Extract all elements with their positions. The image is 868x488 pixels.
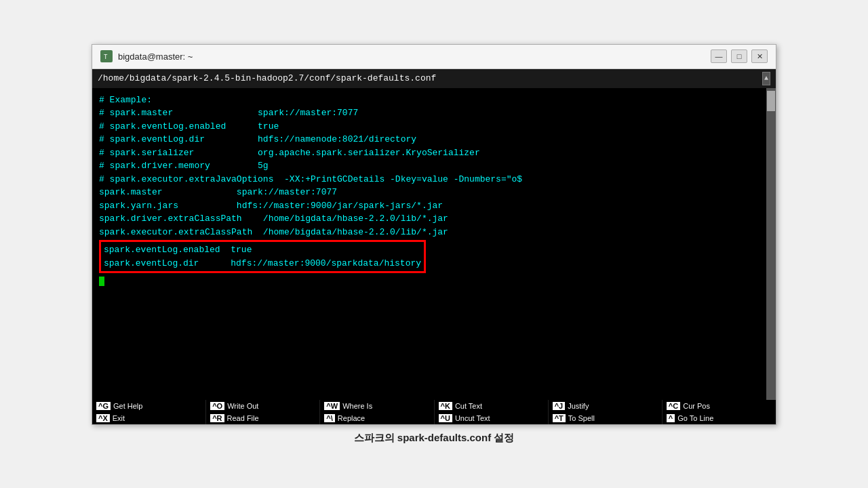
nano-label-justify: Justify [568, 402, 589, 410]
line-driver-classpath: spark.driver.extraClassPath /home/bigdat… [99, 212, 769, 226]
cursor-line [99, 274, 769, 288]
line-yarn-jars: spark.yarn.jars hdfs://master:9000/jar/s… [99, 199, 769, 213]
nano-go-to-line[interactable]: ^ Go To Line [663, 412, 776, 424]
nano-key-g: ^G [96, 402, 111, 410]
caption: 스파크의 spark-defaults.conf 설정 [354, 432, 515, 445]
nano-key-t: ^T [553, 414, 566, 422]
nano-label-where-is: Where Is [342, 402, 372, 410]
nano-key-k: ^K [439, 402, 452, 410]
line-eventlog-enabled: spark.eventLog.enabled true [104, 243, 421, 257]
nano-key-backslash: ^\ [324, 414, 334, 422]
nano-key-o: ^O [210, 402, 224, 410]
nano-key-c: ^C [667, 402, 680, 410]
terminal-container: # Example: # spark.master spark://master… [92, 88, 776, 424]
nano-label-get-help: Get Help [113, 402, 142, 410]
window-controls: — □ ✕ [711, 49, 768, 63]
nano-cur-pos[interactable]: ^C Cur Pos [663, 400, 776, 412]
nano-bar: ^G Get Help ^O Write Out ^W Where Is ^K … [92, 400, 776, 424]
nano-to-spell[interactable]: ^T To Spell [549, 412, 663, 424]
minimize-button[interactable]: — [711, 49, 727, 63]
address-bar: /home/bigdata/spark-2.4.5-bin-hadoop2.7/… [92, 69, 776, 88]
nano-cut-text[interactable]: ^K Cut Text [435, 400, 549, 412]
file-path: /home/bigdata/spark-2.4.5-bin-hadoop2.7/… [98, 73, 436, 83]
line-executor-classpath: spark.executor.extraClassPath /home/bigd… [99, 226, 769, 239]
nano-key-w: ^W [324, 402, 340, 410]
line-serializer-comment: # spark.serializer org.apache.spark.seri… [99, 146, 769, 160]
scroll-thumb[interactable] [767, 91, 775, 111]
nano-key-caret: ^ [667, 414, 675, 422]
nano-label-to-spell: To Spell [568, 414, 595, 422]
nano-write-out[interactable]: ^O Write Out [206, 400, 320, 412]
line-master-comment: # spark.master spark://master:7077 [99, 106, 769, 120]
nano-exit[interactable]: ^X Exit [92, 412, 206, 424]
title-bar: T bigdata@master: ~ — □ ✕ [92, 45, 776, 69]
line-example: # Example: [99, 94, 769, 107]
line-javaopts-comment: # spark.executor.extraJavaOptions -XX:+P… [99, 173, 769, 186]
nano-uncut-text[interactable]: ^U Uncut Text [435, 412, 549, 424]
nano-justify[interactable]: ^J Justify [549, 400, 663, 412]
terminal-content: # Example: # spark.master spark://master… [92, 88, 776, 400]
nano-label-read-file: Read File [227, 414, 259, 422]
nano-read-file[interactable]: ^R Read File [206, 412, 320, 424]
nano-label-cur-pos: Cur Pos [683, 402, 710, 410]
nano-label-cut-text: Cut Text [455, 402, 482, 410]
window-title: bigdata@master: ~ [118, 52, 193, 62]
nano-label-uncut-text: Uncut Text [455, 414, 490, 422]
highlighted-block: spark.eventLog.enabled true spark.eventL… [99, 240, 426, 273]
nano-row-2: ^X Exit ^R Read File ^\ Replace ^U Uncut… [92, 412, 776, 424]
terminal-icon: T [100, 50, 113, 62]
close-button[interactable]: ✕ [751, 49, 768, 63]
nano-key-r: ^R [210, 414, 224, 422]
maximize-button[interactable]: □ [731, 49, 747, 63]
svg-text:T: T [104, 54, 108, 60]
line-memory-comment: # spark.driver.memory 5g [99, 159, 769, 173]
cursor [99, 277, 104, 286]
line-eventlogdir-comment: # spark.eventLog.dir hdfs://namenode:802… [99, 133, 769, 146]
nano-label-replace: Replace [338, 414, 365, 422]
nano-key-x: ^X [96, 414, 110, 422]
title-bar-left: T bigdata@master: ~ [100, 50, 193, 62]
nano-key-j: ^J [553, 402, 566, 410]
scroll-up-arrow[interactable]: ▲ [762, 72, 770, 85]
terminal-window: T bigdata@master: ~ — □ ✕ /home/bigdata/… [92, 44, 776, 425]
line-eventlog-comment: # spark.eventLog.enabled true [99, 120, 769, 134]
nano-key-u: ^U [439, 414, 452, 422]
scrollbar-right[interactable] [766, 88, 776, 400]
nano-label-exit: Exit [113, 414, 125, 422]
nano-replace[interactable]: ^\ Replace [320, 412, 434, 424]
nano-label-go-to-line: Go To Line [677, 414, 713, 422]
nano-where-is[interactable]: ^W Where Is [320, 400, 434, 412]
nano-label-write-out: Write Out [227, 402, 258, 410]
line-master: spark.master spark://master:7077 [99, 186, 769, 199]
nano-row-1: ^G Get Help ^O Write Out ^W Where Is ^K … [92, 400, 776, 412]
nano-get-help[interactable]: ^G Get Help [92, 400, 206, 412]
line-eventlog-dir: spark.eventLog.dir hdfs://master:9000/sp… [104, 257, 421, 270]
